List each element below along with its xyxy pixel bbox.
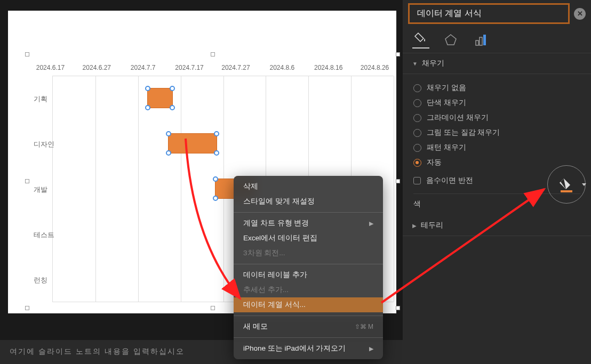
radio-solid-fill[interactable]: 단색 채우기 [413, 95, 580, 110]
resize-handle-icon[interactable] [166, 131, 171, 136]
resize-handle-icon[interactable] [145, 86, 150, 91]
paint-bucket-icon [558, 176, 574, 192]
radio-auto-fill[interactable]: 자동 [413, 155, 580, 170]
date-label-5: 2024.8.6 [259, 64, 305, 75]
section-border-header[interactable]: ▶ 테두리 [403, 215, 591, 236]
menu-add-data-label[interactable]: 데이터 레이블 추가 [234, 268, 383, 282]
tab-fill-line[interactable] [412, 31, 429, 48]
context-menu: 삭제 스타일에 맞게 재설정 계열 차트 유형 변경 ▶ Excel에서 데이터… [234, 176, 383, 359]
chevron-right-icon: ▶ [412, 223, 417, 229]
radio-icon [413, 114, 421, 122]
y-label-4: 런칭 [34, 276, 47, 285]
radio-pattern-fill[interactable]: 패턴 채우기 [413, 140, 580, 155]
date-label-1: 2024.6.27 [74, 64, 120, 75]
chevron-right-icon: ▶ [369, 345, 373, 352]
y-label-1: 디자인 [34, 140, 54, 149]
radio-icon [413, 99, 421, 107]
radio-icon [413, 129, 421, 137]
menu-divider [234, 316, 383, 316]
menu-divider [234, 337, 383, 338]
chevron-right-icon: ▶ [369, 220, 373, 227]
tab-series-options[interactable] [472, 31, 489, 48]
menu-new-comment[interactable]: 새 메모 ⇧⌘ M [234, 319, 383, 334]
pentagon-icon [444, 33, 458, 47]
date-label-4: 2024.7.27 [213, 64, 259, 75]
resize-handle-icon[interactable] [145, 105, 150, 110]
menu-add-trendline: 추세선 추가... [234, 282, 383, 297]
radio-gradient-fill[interactable]: 그라데이션 채우기 [413, 110, 580, 125]
close-button[interactable]: ✕ [574, 8, 586, 20]
resize-handle-icon[interactable] [214, 131, 219, 136]
color-label: 색 [413, 199, 421, 209]
paint-bucket-icon [414, 31, 428, 45]
date-label-2: 2024.7.7 [120, 64, 166, 75]
radio-icon [413, 159, 421, 167]
color-picker-button[interactable] [547, 165, 586, 204]
y-axis-labels: 기획 디자인 개발 테스트 런칭 [27, 76, 59, 302]
svg-rect-0 [476, 41, 478, 45]
resize-handle-icon[interactable] [213, 196, 218, 201]
resize-handle-icon[interactable] [214, 150, 219, 156]
tab-effects[interactable] [442, 31, 459, 48]
resize-handle-icon[interactable] [213, 176, 218, 182]
svg-rect-2 [483, 35, 486, 45]
date-label-0: 2024.6.17 [27, 64, 74, 75]
gantt-bar-design[interactable] [168, 133, 217, 153]
x-axis-dates: 2024.6.17 2024.6.27 2024.7.7 2024.7.17 2… [27, 64, 398, 75]
dropdown-triangle-icon [582, 182, 586, 187]
notes-placeholder: 여기에 슬라이드 노트의 내용을 입력하십시오 [10, 347, 185, 355]
resize-handle-icon[interactable] [166, 150, 171, 156]
chevron-down-icon: ▼ [412, 61, 418, 67]
menu-divider [234, 212, 383, 213]
keyboard-shortcut: ⇧⌘ M [355, 323, 373, 330]
radio-picture-fill[interactable]: 그림 또는 질감 채우기 [413, 125, 580, 140]
section-fill-header[interactable]: ▼ 채우기 [403, 53, 591, 74]
menu-change-series-type[interactable]: 계열 차트 유형 변경 ▶ [234, 216, 383, 231]
menu-edit-excel[interactable]: Excel에서 데이터 편집 [234, 231, 383, 246]
y-label-3: 테스트 [34, 230, 54, 240]
svg-rect-1 [480, 37, 482, 45]
y-label-2: 개발 [34, 185, 47, 195]
format-panel: 데이터 계열 서식 ✕ ▼ 채우기 [403, 0, 591, 364]
date-label-6: 2024.8.16 [305, 64, 352, 75]
radio-icon [413, 84, 421, 92]
checkbox-icon [413, 177, 421, 184]
menu-delete[interactable]: 삭제 [234, 179, 383, 194]
menu-reset-style[interactable]: 스타일에 맞게 재설정 [234, 194, 383, 209]
menu-3d-rotate: 3차원 회전... [234, 246, 383, 261]
date-label-3: 2024.7.17 [166, 64, 213, 75]
menu-import-ios[interactable]: iPhone 또는 iPad에서 가져오기 ▶ [234, 341, 383, 356]
radio-icon [413, 144, 421, 152]
date-label-7: 2024.8.26 [352, 64, 398, 75]
panel-title: 데이터 계열 서식 [408, 3, 570, 24]
format-tabs [403, 27, 591, 53]
y-label-0: 기획 [34, 94, 47, 104]
svg-rect-3 [561, 190, 572, 192]
radio-no-fill[interactable]: 채우기 없음 [413, 80, 580, 95]
resize-handle-icon[interactable] [170, 86, 175, 91]
menu-divider [234, 264, 383, 264]
resize-handle-icon[interactable] [170, 105, 175, 110]
bar-chart-icon [474, 33, 488, 47]
gantt-bar-planning[interactable] [147, 88, 173, 108]
menu-format-data-series[interactable]: 데이터 계열 서식... [234, 297, 383, 312]
